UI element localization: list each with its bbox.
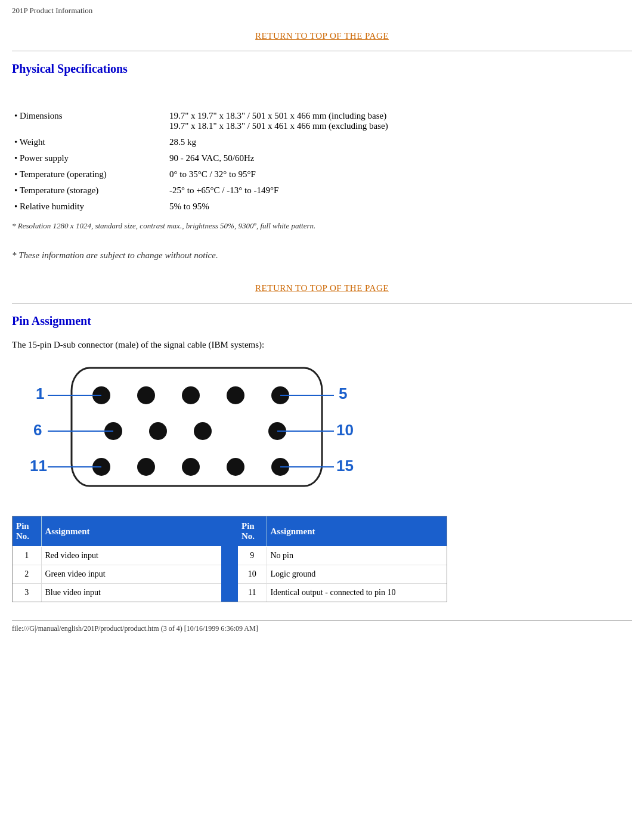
blue-center-divider — [221, 516, 238, 602]
return-top-link[interactable]: RETURN TO TOP OF THE PAGE — [255, 31, 389, 41]
pin-assignment: Logic ground — [267, 565, 447, 584]
connector-diagram: 1 5 6 10 11 15 — [30, 361, 376, 498]
divider-1 — [12, 51, 632, 51]
page-title: 201P Product Information — [12, 6, 632, 16]
svg-text:6: 6 — [33, 421, 42, 439]
svg-point-11 — [137, 458, 155, 476]
svg-text:10: 10 — [336, 421, 354, 439]
pin-number: 10 — [238, 565, 267, 584]
pin-row: 1Red video input — [13, 547, 221, 565]
spec-label: • Dimensions — [12, 108, 167, 134]
svg-text:5: 5 — [339, 385, 347, 402]
spec-label: • Temperature (storage) — [12, 182, 167, 199]
pin-no-header-left: PinNo. — [13, 516, 41, 547]
physical-specs-title: Physical Specifications — [12, 62, 632, 76]
spec-label: • Power supply — [12, 150, 167, 166]
pin-assignment: Blue video input — [41, 584, 221, 602]
pin-row: 3Blue video input — [13, 584, 221, 602]
spec-row: • Power supply90 - 264 VAC, 50/60Hz — [12, 150, 632, 166]
svg-point-13 — [227, 458, 244, 476]
pin-number: 2 — [13, 565, 41, 584]
pin-number: 11 — [238, 584, 267, 602]
pin-assignment-section: Pin Assignment The 15-pin D-sub connecto… — [12, 314, 632, 602]
svg-point-8 — [194, 422, 212, 440]
status-bar: file:///G|/manual/english/201P/product/p… — [12, 620, 632, 633]
return-top-link-2[interactable]: RETURN TO TOP OF THE PAGE — [255, 283, 389, 293]
pin-assignment: Green video input — [41, 565, 221, 584]
assignment-header-left: Assignment — [41, 516, 221, 547]
spec-value: 19.7" x 19.7" x 18.3" / 501 x 501 x 466 … — [167, 108, 632, 134]
pin-intro-text: The 15-pin D-sub connector (male) of the… — [12, 340, 632, 350]
spec-value: 0° to 35°C / 32° to 95°F — [167, 166, 632, 182]
pin-number: 1 — [13, 547, 41, 565]
pin-table-right-table: PinNo. Assignment 9No pin10Logic ground1… — [238, 516, 447, 602]
svg-text:1: 1 — [36, 385, 44, 402]
spec-value: 90 - 264 VAC, 50/60Hz — [167, 150, 632, 166]
pin-number: 9 — [238, 547, 267, 565]
specs-table: • Dimensions19.7" x 19.7" x 18.3" / 501 … — [12, 108, 632, 215]
svg-text:11: 11 — [30, 457, 47, 475]
pin-no-header-right: PinNo. — [238, 516, 267, 547]
svg-point-2 — [137, 386, 155, 404]
spec-row: • Dimensions19.7" x 19.7" x 18.3" / 501 … — [12, 108, 632, 134]
assignment-header-right: Assignment — [267, 516, 447, 547]
pin-tables-wrapper: PinNo. Assignment 1Red video input2Green… — [12, 516, 447, 602]
connector-svg: 1 5 6 10 11 15 — [30, 361, 376, 498]
return-top-container-2: RETURN TO TOP OF THE PAGE — [12, 272, 632, 299]
physical-specs-section: Physical Specifications • Dimensions19.7… — [12, 62, 632, 261]
spec-value: 28.5 kg — [167, 134, 632, 150]
spec-row: • Weight28.5 kg — [12, 134, 632, 150]
svg-point-12 — [182, 458, 200, 476]
pin-number: 3 — [13, 584, 41, 602]
spec-label: • Temperature (operating) — [12, 166, 167, 182]
spec-label: • Weight — [12, 134, 167, 150]
spec-value: -25° to +65°C / -13° to -149°F — [167, 182, 632, 199]
pin-table-left: PinNo. Assignment 1Red video input2Green… — [13, 516, 221, 602]
pin-row: 10Logic ground — [238, 565, 447, 584]
spec-row: • Relative humidity5% to 95% — [12, 199, 632, 215]
pin-table-right: PinNo. Assignment 9No pin10Logic ground1… — [238, 516, 447, 602]
specs-notice: * These information are subject to chang… — [12, 250, 632, 261]
spec-row: • Temperature (operating)0° to 35°C / 32… — [12, 166, 632, 182]
specs-footnote: * Resolution 1280 x 1024, standard size,… — [12, 221, 632, 231]
pin-row: 11Identical output - connected to pin 10 — [238, 584, 447, 602]
pin-assignment-title: Pin Assignment — [12, 314, 632, 328]
svg-point-4 — [227, 386, 244, 404]
spec-label: • Relative humidity — [12, 199, 167, 215]
pin-table-left-table: PinNo. Assignment 1Red video input2Green… — [13, 516, 221, 602]
pin-assignment: Identical output - connected to pin 10 — [267, 584, 447, 602]
spec-value: 5% to 95% — [167, 199, 632, 215]
pin-assignment: Red video input — [41, 547, 221, 565]
pin-assignment: No pin — [267, 547, 447, 565]
pin-row: 9No pin — [238, 547, 447, 565]
return-top-container: RETURN TO TOP OF THE PAGE — [12, 20, 632, 47]
spec-row: • Temperature (storage)-25° to +65°C / -… — [12, 182, 632, 199]
svg-point-7 — [149, 422, 167, 440]
svg-point-3 — [182, 386, 200, 404]
divider-2 — [12, 303, 632, 304]
svg-text:15: 15 — [336, 457, 354, 475]
pin-row: 2Green video input — [13, 565, 221, 584]
